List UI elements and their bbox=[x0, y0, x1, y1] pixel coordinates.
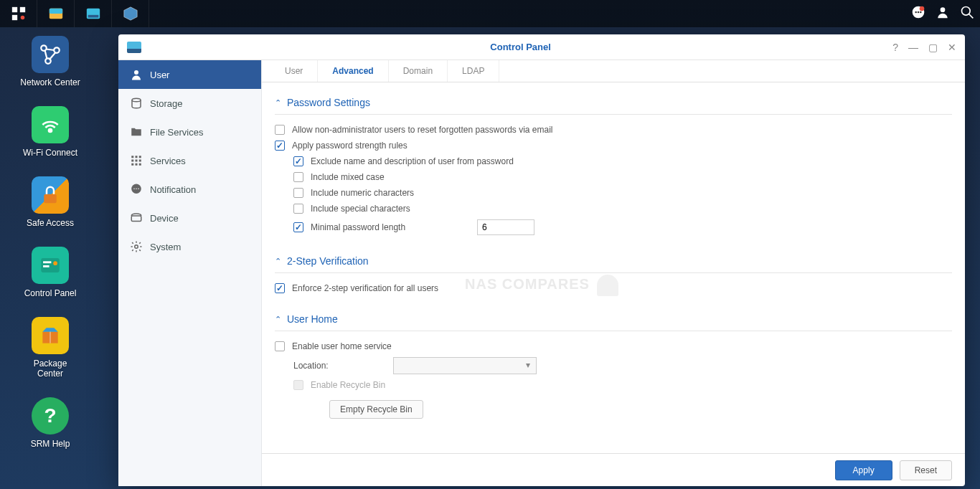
sidebar-item-storage[interactable]: Storage bbox=[118, 89, 261, 118]
svg-rect-40 bbox=[139, 163, 141, 166]
svg-point-3 bbox=[20, 16, 24, 20]
taskbar-right bbox=[911, 5, 980, 22]
svg-point-15 bbox=[962, 7, 971, 16]
sidebar-item-device[interactable]: Device bbox=[118, 204, 261, 232]
sidebar-item-notification[interactable]: Notification bbox=[118, 175, 261, 204]
tab-user[interactable]: User bbox=[270, 60, 318, 82]
checkbox-numeric[interactable] bbox=[293, 188, 303, 198]
button-empty-recycle[interactable]: Empty Recycle Bin bbox=[329, 400, 423, 419]
checkbox-enable-home[interactable] bbox=[275, 341, 285, 351]
taskbar-apps-icon[interactable] bbox=[0, 0, 37, 27]
svg-line-16 bbox=[969, 14, 974, 19]
storage-icon bbox=[130, 97, 143, 110]
tab-advanced[interactable]: Advanced bbox=[318, 60, 388, 82]
checkbox-apply-rules[interactable] bbox=[275, 141, 285, 151]
checkbox-recycle bbox=[293, 380, 303, 390]
svg-point-42 bbox=[133, 189, 135, 190]
search-icon[interactable] bbox=[960, 5, 974, 22]
apply-button[interactable]: Apply bbox=[835, 460, 892, 480]
svg-point-28 bbox=[53, 261, 57, 265]
user-icon bbox=[130, 68, 143, 81]
svg-point-12 bbox=[920, 11, 922, 14]
svg-rect-24 bbox=[44, 194, 57, 204]
checkbox-min-length[interactable] bbox=[293, 222, 303, 232]
svg-point-46 bbox=[135, 245, 138, 249]
svg-rect-38 bbox=[131, 163, 133, 166]
desktop-network-center[interactable]: Network Center bbox=[20, 36, 80, 87]
checkbox-enforce-2step[interactable] bbox=[275, 283, 285, 293]
svg-rect-37 bbox=[139, 160, 141, 162]
help-icon[interactable]: ? bbox=[892, 42, 898, 53]
svg-rect-45 bbox=[131, 216, 141, 222]
svg-point-11 bbox=[918, 11, 920, 14]
desktop-safe-access[interactable]: Safe Access bbox=[27, 176, 74, 228]
notification-icon[interactable] bbox=[911, 5, 925, 22]
control-panel-window: Control Panel ? — ▢ ✕ User Storage File … bbox=[118, 34, 965, 486]
desktop-srm-help[interactable]: ? SRM Help bbox=[31, 397, 70, 449]
desktop-wifi-connect[interactable]: Wi-Fi Connect bbox=[23, 106, 77, 158]
svg-point-44 bbox=[138, 189, 139, 190]
section-two-step[interactable]: ⌃ 2-Step Verification bbox=[275, 250, 952, 273]
window-titlebar: Control Panel ? — ▢ ✕ bbox=[118, 34, 965, 60]
svg-point-23 bbox=[49, 129, 52, 132]
device-icon bbox=[130, 212, 143, 224]
chat-icon bbox=[130, 183, 143, 196]
sidebar-item-services[interactable]: Services bbox=[118, 146, 261, 175]
checkbox-allow-reset[interactable] bbox=[275, 125, 285, 135]
tab-domain[interactable]: Domain bbox=[389, 60, 448, 82]
desktop-package-center[interactable]: Package Center bbox=[32, 317, 69, 379]
input-min-length[interactable] bbox=[477, 219, 534, 235]
close-icon[interactable]: ✕ bbox=[948, 42, 956, 53]
section-user-home[interactable]: ⌃ User Home bbox=[275, 308, 952, 331]
settings-scroll: ⌃ Password Settings Allow non-administra… bbox=[262, 82, 965, 453]
taskbar bbox=[0, 0, 980, 27]
window-controls: ? — ▢ ✕ bbox=[892, 42, 956, 53]
chevron-up-icon: ⌃ bbox=[275, 257, 281, 266]
svg-point-14 bbox=[941, 7, 946, 12]
sidebar-item-system[interactable]: System bbox=[118, 232, 261, 261]
svg-point-30 bbox=[134, 70, 138, 75]
taskbar-apps bbox=[0, 0, 149, 27]
svg-rect-26 bbox=[43, 261, 51, 263]
sidebar-item-file-services[interactable]: File Services bbox=[118, 118, 261, 146]
footer-bar: Apply Reset bbox=[262, 453, 965, 486]
svg-rect-5 bbox=[49, 9, 62, 14]
content-area: User Advanced Domain LDAP ⌃ Password Set… bbox=[262, 60, 965, 486]
chevron-up-icon: ⌃ bbox=[275, 315, 281, 324]
svg-rect-35 bbox=[131, 160, 133, 162]
maximize-icon[interactable]: ▢ bbox=[928, 42, 938, 53]
svg-point-43 bbox=[136, 189, 137, 190]
svg-rect-27 bbox=[43, 265, 50, 267]
taskbar-controlpanel-icon[interactable] bbox=[75, 0, 112, 27]
select-location[interactable] bbox=[393, 357, 537, 374]
section-password-settings[interactable]: ⌃ Password Settings bbox=[275, 91, 952, 115]
svg-point-10 bbox=[915, 11, 917, 14]
sidebar-item-user[interactable]: User bbox=[118, 60, 261, 89]
minimize-icon[interactable]: — bbox=[908, 42, 918, 53]
svg-point-31 bbox=[132, 98, 141, 102]
desktop-icons: Network Center Wi-Fi Connect Safe Access… bbox=[14, 36, 86, 449]
window-app-icon bbox=[127, 42, 141, 53]
svg-point-13 bbox=[920, 6, 925, 11]
svg-line-20 bbox=[46, 49, 55, 51]
checkbox-special[interactable] bbox=[293, 204, 303, 214]
chevron-up-icon: ⌃ bbox=[275, 98, 281, 108]
svg-rect-7 bbox=[88, 15, 98, 18]
user-icon[interactable] bbox=[936, 5, 950, 22]
sidebar: User Storage File Services Services Noti… bbox=[118, 60, 262, 486]
svg-rect-39 bbox=[136, 163, 138, 166]
tabs: User Advanced Domain LDAP bbox=[262, 60, 965, 82]
checkbox-mixed-case[interactable] bbox=[293, 172, 303, 182]
desktop-control-panel[interactable]: Control Panel bbox=[24, 247, 77, 298]
reset-button[interactable]: Reset bbox=[900, 460, 952, 480]
tab-ldap[interactable]: LDAP bbox=[448, 60, 499, 82]
svg-point-17 bbox=[41, 45, 47, 51]
taskbar-package-icon[interactable] bbox=[112, 0, 149, 27]
svg-line-21 bbox=[45, 50, 47, 59]
checkbox-exclude-name[interactable] bbox=[293, 156, 303, 166]
folder-icon bbox=[130, 125, 143, 138]
svg-rect-36 bbox=[136, 160, 138, 162]
taskbar-filestation-icon[interactable] bbox=[37, 0, 75, 27]
svg-rect-32 bbox=[131, 156, 133, 158]
grid-icon bbox=[130, 154, 143, 167]
